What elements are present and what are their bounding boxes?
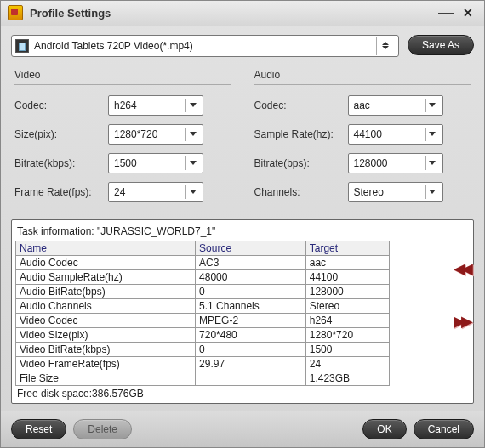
cell-source: 29.97	[196, 356, 306, 371]
audio-channels-label: Channels:	[254, 186, 348, 198]
cell-target: 44100	[305, 269, 389, 284]
chevron-down-icon	[185, 99, 199, 112]
cell-target: Stereo	[305, 298, 389, 313]
table-row: Video CodecMPEG-2h264	[16, 313, 390, 327]
cell-name: Audio SampleRate(hz)	[16, 269, 196, 284]
reset-button[interactable]: Reset	[11, 419, 66, 439]
next-task-button[interactable]: ▶▶	[454, 315, 469, 327]
close-button[interactable]: ✕	[459, 4, 477, 21]
cell-target: 128000	[305, 284, 389, 298]
video-size-dropdown[interactable]: 1280*720	[108, 124, 203, 145]
nav-arrows: ◀◀ ▶▶	[452, 263, 471, 327]
col-source: Source	[196, 241, 306, 255]
ok-button[interactable]: OK	[362, 419, 406, 439]
profile-selected-text: Android Tablets 720P Video(*.mp4)	[34, 40, 376, 52]
video-bitrate-label: Bitrate(kbps):	[14, 157, 108, 169]
cell-name: Video FrameRate(fps)	[16, 356, 196, 371]
cell-name: Audio Channels	[16, 298, 196, 313]
chevron-down-icon	[425, 128, 439, 141]
video-panel: Video Codec: h264 Size(pix): 1280*720 Bi…	[11, 65, 242, 211]
task-info-box: Task information: "JURASSIC_WORLD7_1" Na…	[11, 219, 474, 404]
cell-target: 1.423GB	[305, 371, 389, 385]
save-as-button[interactable]: Save As	[408, 35, 474, 55]
cell-name: Video Codec	[16, 313, 196, 327]
profile-settings-window: Profile Settings — ✕ Android Tablets 720…	[0, 0, 485, 448]
task-info-table: Name Source Target Audio CodecAC3aacAudi…	[15, 241, 390, 386]
video-bitrate-dropdown[interactable]: 1500	[108, 153, 203, 173]
col-target: Target	[305, 241, 389, 255]
dropdown-arrow-icon	[376, 37, 395, 55]
cancel-button[interactable]: Cancel	[414, 419, 474, 439]
content-area: Android Tablets 720P Video(*.mp4) Save A…	[1, 26, 484, 411]
table-row: Video BitRate(kbps)01500	[16, 342, 390, 356]
window-title: Profile Settings	[30, 7, 436, 20]
cell-name: Video Size(pix)	[16, 327, 196, 342]
minimize-button[interactable]: —	[436, 4, 455, 21]
cell-source: 5.1 Channels	[196, 298, 306, 313]
chevron-down-icon	[185, 128, 199, 141]
titlebar: Profile Settings — ✕	[1, 1, 484, 26]
table-row: Audio CodecAC3aac	[16, 255, 390, 269]
cell-target: 24	[305, 356, 389, 371]
cell-target: h264	[305, 313, 389, 327]
cell-name: Audio BitRate(bps)	[16, 284, 196, 298]
cell-source: 48000	[196, 269, 306, 284]
chevron-down-icon	[425, 156, 439, 170]
table-row: Video Size(pix)720*4801280*720	[16, 327, 390, 342]
video-codec-dropdown[interactable]: h264	[108, 95, 203, 116]
cell-source: 0	[196, 342, 306, 356]
cell-source: 720*480	[196, 327, 306, 342]
profile-dropdown[interactable]: Android Tablets 720P Video(*.mp4)	[11, 35, 399, 57]
cell-target: 1280*720	[305, 327, 389, 342]
cell-name: Audio Codec	[16, 255, 196, 269]
video-size-label: Size(pix):	[14, 128, 108, 140]
audio-samplerate-label: Sample Rate(hz):	[254, 128, 348, 140]
video-heading: Video	[14, 69, 231, 85]
app-icon	[8, 5, 23, 20]
table-row: Audio BitRate(bps)0128000	[16, 284, 390, 298]
table-row: File Size1.423GB	[16, 371, 390, 385]
audio-bitrate-dropdown[interactable]: 128000	[348, 153, 443, 173]
chevron-down-icon	[185, 185, 199, 199]
audio-codec-label: Codec:	[254, 99, 348, 111]
audio-codec-dropdown[interactable]: aac	[348, 95, 443, 116]
audio-heading: Audio	[254, 69, 471, 85]
table-row: Video FrameRate(fps)29.9724	[16, 356, 390, 371]
prev-task-button[interactable]: ◀◀	[454, 263, 469, 275]
cell-target: 1500	[305, 342, 389, 356]
cell-source: 0	[196, 284, 306, 298]
chevron-down-icon	[425, 99, 439, 112]
cell-name: File Size	[16, 371, 196, 385]
chevron-down-icon	[185, 156, 199, 170]
cell-target: aac	[305, 255, 389, 269]
footer-bar: Reset Delete OK Cancel	[1, 411, 484, 447]
audio-bitrate-label: Bitrate(bps):	[254, 157, 348, 169]
settings-panels: Video Codec: h264 Size(pix): 1280*720 Bi…	[11, 65, 474, 211]
video-framerate-dropdown[interactable]: 24	[108, 182, 203, 202]
video-framerate-label: Frame Rate(fps):	[14, 186, 108, 198]
table-row: Audio Channels5.1 ChannelsStereo	[16, 298, 390, 313]
cell-source	[196, 371, 306, 385]
video-codec-label: Codec:	[14, 99, 108, 111]
delete-button[interactable]: Delete	[73, 419, 132, 439]
profile-row: Android Tablets 720P Video(*.mp4) Save A…	[11, 35, 474, 57]
audio-panel: Audio Codec: aac Sample Rate(hz): 44100 …	[253, 65, 475, 211]
audio-samplerate-dropdown[interactable]: 44100	[348, 124, 443, 145]
free-disk-label: Free disk space:386.576GB	[17, 388, 451, 400]
table-row: Audio SampleRate(hz)4800044100	[16, 269, 390, 284]
cell-name: Video BitRate(kbps)	[16, 342, 196, 356]
audio-channels-dropdown[interactable]: Stereo	[348, 182, 443, 202]
profile-format-icon	[15, 39, 29, 53]
col-name: Name	[16, 241, 196, 255]
task-info-title: Task information: "JURASSIC_WORLD7_1"	[17, 225, 451, 237]
cell-source: MPEG-2	[196, 313, 306, 327]
chevron-down-icon	[425, 185, 439, 199]
cell-source: AC3	[196, 255, 306, 269]
table-header-row: Name Source Target	[16, 241, 390, 255]
